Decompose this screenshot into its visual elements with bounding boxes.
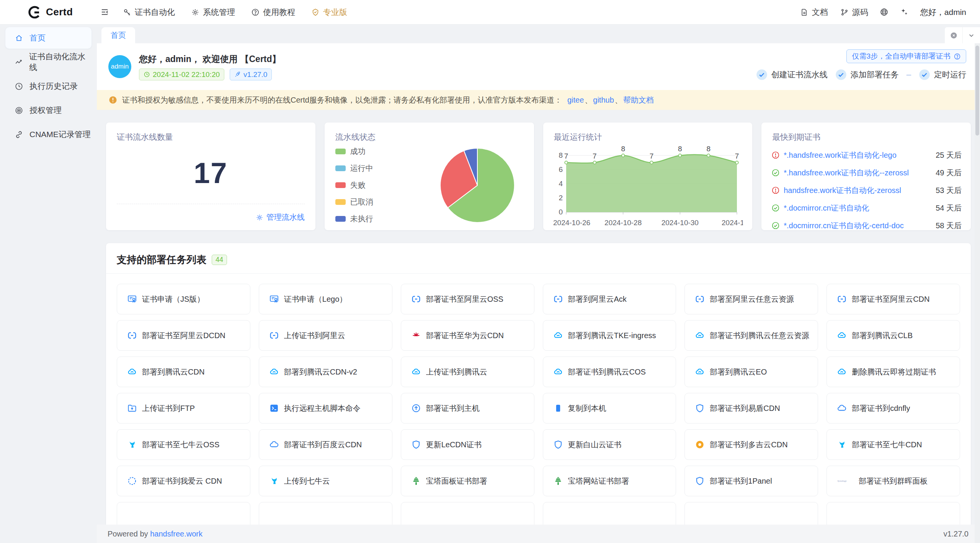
sidebar-item-authorization[interactable]: 授权管理 xyxy=(5,100,91,121)
expiring-cert-row: handsfree.work证书自动化-zerossl53 天后 xyxy=(771,182,962,199)
cert-name-link[interactable]: *.docmirror.cn证书自动化 xyxy=(784,203,927,213)
aliyun-icon xyxy=(411,294,421,304)
task-item[interactable]: 部署至阿里云任意云资源 xyxy=(684,284,818,314)
page-footer: Powered by handsfree.work v1.27.0 xyxy=(97,525,980,543)
app-logo[interactable]: Certd xyxy=(0,5,97,20)
step-create-pipeline[interactable]: 创建证书流水线 xyxy=(756,69,828,80)
task-item[interactable]: 部署到腾讯云CDN-v2 xyxy=(259,357,392,387)
svg-text:2024-10-26: 2024-10-26 xyxy=(553,219,590,227)
task-item[interactable]: 上传到七牛云 xyxy=(259,466,392,496)
task-item[interactable]: 部署到腾讯云CLB xyxy=(826,320,960,351)
task-item[interactable]: 部署到腾讯云EO xyxy=(684,357,818,387)
document-icon xyxy=(800,8,808,16)
task-label: 部署证书至阿里云OSS xyxy=(426,294,503,304)
nav-system-management[interactable]: 系统管理 xyxy=(186,4,240,21)
task-item[interactable]: 更新LeCDN证书 xyxy=(401,429,534,460)
task-item[interactable]: 部署证书至阿里云CDN xyxy=(826,284,960,314)
main-content: admin 您好，admin， 欢迎使用 【Certd】 2024-11-02 … xyxy=(97,43,980,543)
cert-name-link[interactable]: *.handsfree.work证书自动化--zerossl xyxy=(784,168,927,178)
legend-item[interactable]: 未执行 xyxy=(335,214,373,224)
legend-item[interactable]: 失败 xyxy=(335,180,373,190)
task-item[interactable]: 更新白山云证书 xyxy=(543,429,676,460)
task-item[interactable]: 部署证书至七牛云OSS xyxy=(117,429,250,460)
shield-icon xyxy=(695,403,705,413)
task-label: 部署证书到百度云CDN xyxy=(284,440,362,450)
task-item[interactable]: 部署证书至阿里云OSS xyxy=(401,284,534,314)
task-item[interactable]: 证书申请（Lego） xyxy=(259,284,392,314)
legend-item[interactable]: 已取消 xyxy=(335,197,373,207)
task-item[interactable]: 部署证书到腾讯云任意云资源 xyxy=(684,320,818,351)
notice-link[interactable]: github xyxy=(593,96,614,104)
sparkles-icon[interactable] xyxy=(897,5,912,20)
user-greeting[interactable]: 您好，admin xyxy=(920,7,966,18)
tencent-icon xyxy=(837,367,847,377)
nav-pro-edition[interactable]: 专业版 xyxy=(306,4,353,21)
sidebar-item-history[interactable]: 执行历史记录 xyxy=(5,75,91,97)
task-item[interactable]: 宝塔网站证书部署 xyxy=(543,466,676,496)
stats-row: 证书流水线数量 17 管理流水线 流水线状态 成功运行中失败已取消未执行 最近运… xyxy=(106,123,971,230)
task-item[interactable]: 部署到腾讯云CDN xyxy=(117,357,250,387)
handsfree-link[interactable]: handsfree.work xyxy=(150,530,203,538)
task-item[interactable]: 上传证书到阿里云 xyxy=(259,320,392,351)
task-item[interactable]: 宝塔面板证书部署 xyxy=(401,466,534,496)
task-item[interactable]: 部署证书到百度云CDN xyxy=(259,429,392,460)
avatar[interactable]: admin xyxy=(108,55,131,78)
rocket-icon xyxy=(234,71,241,78)
cert-name-link[interactable]: *.handsfree.work证书自动化-lego xyxy=(784,150,927,160)
close-tabs-button[interactable] xyxy=(945,27,962,43)
manage-pipelines-link[interactable]: 管理流水线 xyxy=(256,212,305,222)
task-item[interactable]: 部署证书到主机 xyxy=(401,393,534,424)
task-item[interactable]: Synology部署证书到群晖面板 xyxy=(826,466,960,496)
nav-source-code[interactable]: 源码 xyxy=(836,4,872,21)
menu-fold-icon[interactable] xyxy=(97,5,112,20)
task-item[interactable]: 部署证书至七牛CDN xyxy=(826,429,960,460)
task-item[interactable]: 复制到本机 xyxy=(543,393,676,424)
quick-guide-badge[interactable]: 仅需3步，全自动申请部署证书 xyxy=(846,49,966,63)
cert-name-link[interactable]: handsfree.work证书自动化-zerossl xyxy=(784,185,927,196)
task-item[interactable]: 上传证书到腾讯云 xyxy=(401,357,534,387)
scrollbar-thumb[interactable] xyxy=(975,46,979,136)
task-item[interactable]: 部署证书到我爱云 CDN xyxy=(117,466,250,496)
footer-version: v1.27.0 xyxy=(943,530,969,538)
task-label: 部署到腾讯云EO xyxy=(710,367,767,377)
task-item[interactable]: 部署证书到多吉云CDN xyxy=(684,429,818,460)
svg-text:0: 0 xyxy=(559,208,563,216)
notice-link[interactable]: gitee xyxy=(567,96,584,104)
terminal-icon xyxy=(269,403,279,413)
svg-text:7: 7 xyxy=(735,152,739,160)
vertical-scrollbar[interactable] xyxy=(975,43,980,543)
task-item[interactable]: 部署证书到cdnfly xyxy=(826,393,960,424)
nav-cert-automation[interactable]: 证书自动化 xyxy=(118,4,180,21)
notice-link[interactable]: 帮助文档 xyxy=(623,96,654,104)
task-item[interactable]: 部署证书到易盾CDN xyxy=(684,393,818,424)
step-scheduled-run[interactable]: 定时运行 xyxy=(919,69,966,80)
task-item[interactable]: 部署到腾讯云TKE-ingress xyxy=(543,320,676,351)
task-item[interactable]: 上传证书到FTP xyxy=(117,393,250,424)
sidebar-item-cname-records[interactable]: CNAME记录管理 xyxy=(5,124,91,145)
sidebar-item-home[interactable]: 首页 xyxy=(5,27,91,49)
task-item[interactable]: 证书申请（JS版） xyxy=(117,284,250,314)
legend-item[interactable]: 运行中 xyxy=(335,163,373,173)
legend-item[interactable]: 成功 xyxy=(335,146,373,157)
cert-name-link[interactable]: *.docmirror.cn证书自动化-certd-doc xyxy=(784,221,927,231)
language-globe-icon[interactable] xyxy=(877,5,892,20)
task-item[interactable]: 部署证书到1Panel xyxy=(684,466,818,496)
sidebar-item-pipelines[interactable]: 证书自动化流水线 xyxy=(5,51,91,73)
task-item[interactable]: 部署证书至阿里云DCDN xyxy=(117,320,250,351)
task-item[interactable]: 执行远程主机脚本命令 xyxy=(259,393,392,424)
task-item[interactable]: 部署到阿里云Ack xyxy=(543,284,676,314)
tab-menu-button[interactable] xyxy=(962,27,980,43)
version-badge: v1.27.0 xyxy=(230,69,272,80)
task-item[interactable]: 删除腾讯云即将过期证书 xyxy=(826,357,960,387)
tab-label: 首页 xyxy=(111,30,126,41)
task-item[interactable]: 部署证书至华为云CDN xyxy=(401,320,534,351)
nav-tutorial[interactable]: 使用教程 xyxy=(246,4,301,21)
svg-text:7: 7 xyxy=(649,152,653,160)
step-add-deploy-task[interactable]: 添加部署任务 xyxy=(835,69,899,80)
tab-home[interactable]: 首页 xyxy=(101,27,135,43)
task-label: 部署到腾讯云CDN xyxy=(142,367,204,377)
nav-docs[interactable]: 文档 xyxy=(796,4,832,21)
task-label: 部署至阿里云任意云资源 xyxy=(710,294,794,304)
tencent-icon xyxy=(837,330,847,340)
task-item[interactable]: 部署证书到腾讯云COS xyxy=(543,357,676,387)
